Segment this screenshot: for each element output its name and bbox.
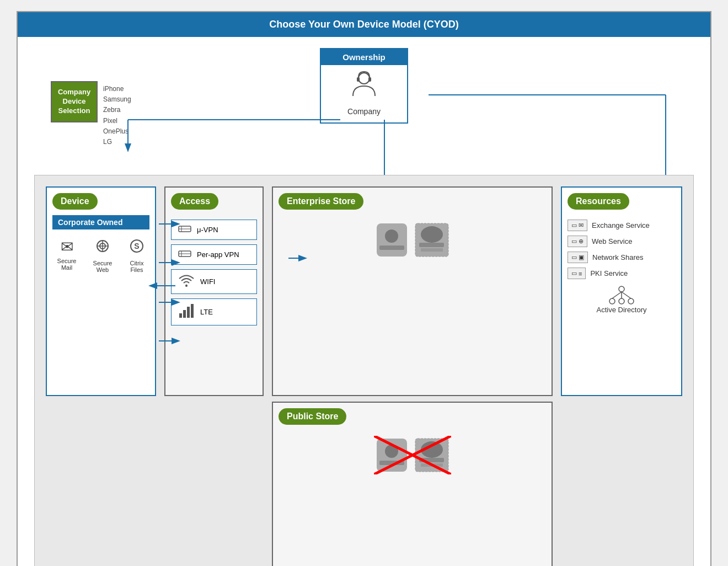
resources-header: Resources <box>568 193 629 210</box>
wifi-icon <box>178 274 195 289</box>
network-shares-icon: ▭ ▣ <box>568 252 588 263</box>
device-icons: ✉ Secure Mail <box>52 238 149 273</box>
company-ownership-box: Ownership Com <box>320 48 408 124</box>
ad-container: Active Directory <box>568 284 676 314</box>
company-device-selection-area: Company Device Selection iPhone Samsung … <box>51 81 131 147</box>
svg-line-45 <box>612 292 622 298</box>
public-store-content <box>279 430 546 482</box>
main-content: Company Device Selection iPhone Samsung … <box>18 42 710 566</box>
svg-rect-27 <box>379 245 404 250</box>
lte-icon <box>178 303 195 321</box>
svg-point-43 <box>628 298 634 304</box>
per-app-vpn-item: Per-app VPN <box>171 244 257 265</box>
store-section: Enterprise Store <box>272 186 553 566</box>
columns: Device Corporate Owned ✉ Secure Mail <box>46 186 682 566</box>
svg-rect-31 <box>421 248 443 252</box>
resources-section: Resources ▭ ✉ Exchange Service ▭ ⊕ <box>561 186 682 396</box>
svg-point-26 <box>385 229 398 243</box>
network-shares-item: ▭ ▣ Network Shares <box>568 252 676 263</box>
svg-point-0 <box>358 73 370 84</box>
company-ownership-container: Ownership Com <box>320 48 408 124</box>
pki-icon: ▭ ≡ <box>568 268 586 279</box>
vpn-icon-mu <box>178 225 191 235</box>
enterprise-app-icons <box>374 221 451 259</box>
main-title: Choose Your Own Device Model (CYOD) <box>269 19 458 30</box>
top-area: Company Device Selection iPhone Samsung … <box>34 48 694 169</box>
svg-rect-22 <box>183 310 186 318</box>
pki-service-item: ▭ ≡ PKI Service <box>568 268 676 279</box>
public-app-icons <box>374 436 451 474</box>
mu-vpn-item: μ-VPN <box>171 220 257 240</box>
device-header: Device <box>52 193 98 210</box>
svg-rect-2 <box>368 77 371 82</box>
company-person-icon <box>325 70 403 102</box>
diagram-wrapper: Choose Your Own Device Model (CYOD) Comp… <box>17 11 711 566</box>
device-list: iPhone Samsung Zebra Pixel OnePlus LG <box>103 84 131 147</box>
corporate-badge: Corporate Owned <box>52 215 149 229</box>
enterprise-store-content <box>279 215 546 267</box>
svg-rect-24 <box>191 304 194 318</box>
svg-rect-21 <box>179 313 182 318</box>
company-device-selection-box: Company Device Selection <box>51 81 98 122</box>
wifi-item: WIFI <box>171 269 257 294</box>
enterprise-store-header: Enterprise Store <box>279 193 363 210</box>
secure-mail-icon: ✉ Secure Mail <box>52 238 81 273</box>
secure-web-icon: Secure Web <box>88 238 117 273</box>
svg-rect-30 <box>419 243 444 247</box>
company-ownership-title: Ownership <box>321 49 407 65</box>
svg-point-44 <box>619 298 624 304</box>
public-store-header: Public Store <box>279 408 346 425</box>
device-section: Device Corporate Owned ✉ Secure Mail <box>46 186 156 396</box>
active-directory-item: Active Directory <box>568 284 676 314</box>
lte-item: LTE <box>171 298 257 325</box>
citrix-files-icon: S Citrix Files <box>124 238 149 273</box>
svg-point-20 <box>185 285 188 287</box>
svg-point-41 <box>619 286 624 292</box>
diagram-area: Device Corporate Owned ✉ Secure Mail <box>34 175 694 566</box>
svg-rect-23 <box>187 307 190 318</box>
svg-rect-1 <box>357 77 360 82</box>
web-service-item: ▭ ⊕ Web Service <box>568 236 676 247</box>
svg-point-29 <box>421 226 443 243</box>
enterprise-store: Enterprise Store <box>272 186 553 396</box>
public-store: Public Store <box>272 402 553 566</box>
web-service-icon: ▭ ⊕ <box>568 236 587 247</box>
active-directory-icon <box>608 284 635 306</box>
vpn-icon-per-app <box>178 249 191 260</box>
exchange-service-item: ▭ ✉ Exchange Service <box>568 220 676 231</box>
svg-line-47 <box>622 292 631 298</box>
exchange-icon: ▭ ✉ <box>568 220 587 231</box>
access-section: Access μ-VPN <box>164 186 264 396</box>
access-header: Access <box>171 193 218 210</box>
svg-point-42 <box>609 298 615 304</box>
title-bar: Choose Your Own Device Model (CYOD) <box>18 12 710 37</box>
company-label: Company <box>325 105 403 118</box>
svg-text:S: S <box>134 242 139 250</box>
